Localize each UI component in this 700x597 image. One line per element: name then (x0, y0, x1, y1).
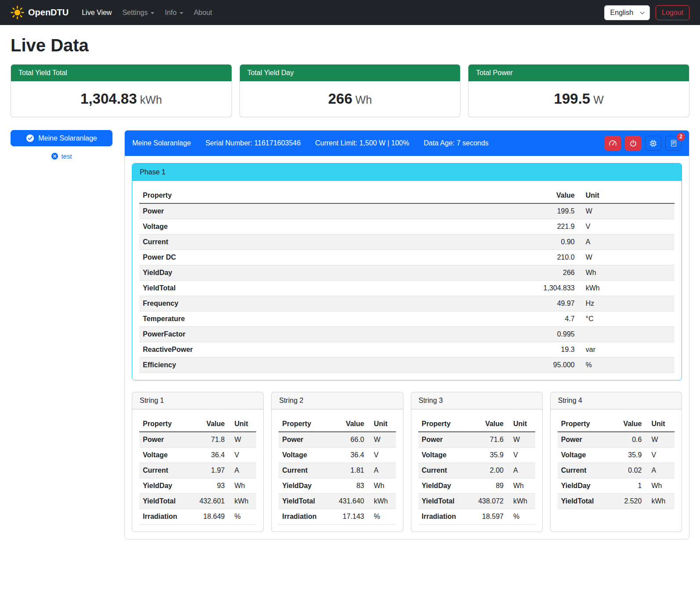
property-cell: Voltage (558, 448, 618, 463)
summary-value: 199.5 (554, 90, 591, 107)
nav-item-live-view[interactable]: Live View (77, 5, 116, 20)
property-cell: Power DC (139, 250, 471, 265)
test-inverter-link[interactable]: test (51, 152, 72, 160)
unit-cell: % (228, 509, 256, 525)
property-cell: YieldTotal (279, 494, 335, 509)
phase-table: Property Value Unit Power199.5WVoltage22… (139, 188, 675, 373)
table-row: YieldDay93Wh (139, 478, 256, 494)
table-row: YieldTotal1,304.833kWh (139, 281, 675, 296)
table-row: YieldTotal432.601kWh (139, 494, 256, 509)
unit-header: Unit (507, 416, 535, 432)
unit-cell: V (645, 448, 675, 463)
summary-card-title: Total Power (468, 65, 689, 81)
property-cell: Current (139, 235, 471, 250)
summary-value: 266 (328, 90, 352, 107)
table-row: Irradiation17.143% (279, 509, 395, 525)
property-cell: Temperature (139, 311, 471, 327)
value-cell: 1,304.833 (471, 281, 578, 296)
table-row: ReactivePower19.3var (139, 342, 675, 358)
string-card-4: String 4 Property Value Unit (550, 392, 682, 532)
inverter-name: Meine Solaranlage (132, 139, 191, 147)
logout-button[interactable]: Logout (656, 5, 689, 20)
device-info-button[interactable] (645, 136, 661, 151)
property-cell: YieldDay (558, 478, 618, 494)
unit-cell: Wh (368, 478, 396, 494)
string-card-3: String 3 Property Value Unit (411, 392, 543, 532)
inverter-info: Meine Solaranlage Serial Number: 1161716… (132, 139, 489, 147)
value-header: Value (618, 416, 645, 432)
brand[interactable]: OpenDTU (11, 6, 69, 19)
property-cell: YieldDay (279, 478, 335, 494)
summary-card-total-yield-total: Total Yield Total 1,304.83kWh (11, 64, 232, 117)
table-header-row: Property Value Unit (418, 416, 535, 432)
string-card-2: String 2 Property Value Unit (271, 392, 403, 532)
value-cell: 210.0 (471, 250, 578, 265)
power-button[interactable] (625, 136, 641, 151)
property-cell: YieldDay (139, 265, 471, 281)
unit-cell: W (645, 432, 675, 448)
inverter-card: Meine Solaranlage Serial Number: 1161716… (124, 130, 689, 539)
nav-item-settings[interactable]: Settings (118, 5, 159, 20)
check-circle-icon (26, 134, 34, 142)
event-log-button[interactable]: 2 (665, 136, 682, 151)
property-cell: Current (139, 463, 196, 478)
value-cell: 93 (196, 478, 228, 494)
inverter-card-body: Phase 1 Property Value Unit Power199.5WV… (125, 156, 689, 539)
unit-cell: V (368, 448, 396, 463)
property-cell: Current (279, 463, 335, 478)
language-select[interactable]: English (604, 5, 650, 20)
unit-cell: Wh (578, 265, 675, 281)
table-row: Power66.0W (279, 432, 395, 448)
table-row: Voltage36.4V (279, 448, 395, 463)
value-cell: 0.02 (618, 463, 645, 478)
property-cell: Power (139, 432, 196, 448)
table-row: Efficiency95.000% (139, 358, 675, 373)
limit-settings-button[interactable] (605, 136, 621, 151)
unit-cell: % (507, 509, 535, 525)
property-cell: Voltage (279, 448, 335, 463)
inverter-select-button[interactable]: Meine Solaranlage (11, 130, 112, 146)
value-cell: 438.072 (475, 494, 507, 509)
unit-cell: Wh (228, 478, 256, 494)
chevron-down-icon (180, 12, 183, 14)
property-header: Property (139, 188, 471, 203)
unit-cell: A (368, 463, 396, 478)
chevron-down-icon (640, 10, 645, 14)
value-cell: 1.97 (196, 463, 228, 478)
property-cell: YieldDay (139, 478, 196, 494)
unit-cell: kWh (578, 281, 675, 296)
inverter-serial: Serial Number: 116171603546 (205, 139, 301, 147)
nav-item-info[interactable]: Info (160, 5, 188, 20)
unit-cell: V (228, 448, 256, 463)
value-cell: 2.520 (618, 494, 645, 509)
property-cell: PowerFactor (139, 327, 471, 342)
property-header: Property (279, 416, 335, 432)
string-card-body: Property Value Unit Power0.6WVoltage35.9… (551, 409, 682, 516)
page-title: Live Data (11, 36, 689, 55)
property-header: Property (558, 416, 618, 432)
summary-card-title: Total Yield Day (240, 65, 461, 81)
value-header: Value (335, 416, 368, 432)
string-card-title: String 2 (272, 392, 403, 409)
inverter-data-age: Data Age: 7 seconds (424, 139, 489, 147)
summary-unit: kWh (140, 94, 162, 106)
value-cell: 0.90 (471, 235, 578, 250)
value-cell: 35.9 (618, 448, 645, 463)
chevron-down-icon (151, 12, 154, 14)
top-navbar: OpenDTU Live View Settings Info About En… (0, 0, 700, 25)
speedometer-icon (609, 139, 617, 148)
property-cell: Power (139, 203, 471, 219)
nav-info-label: Info (165, 9, 177, 17)
table-header-row: Property Value Unit (558, 416, 675, 432)
nav-links: Live View Settings Info About (77, 5, 217, 20)
unit-cell: Hz (578, 296, 675, 311)
unit-header: Unit (228, 416, 256, 432)
table-row: Current2.00A (418, 463, 535, 478)
table-row: Current0.90A (139, 235, 675, 250)
nav-item-about[interactable]: About (189, 5, 217, 20)
string-table: Property Value Unit Power66.0WVoltage36.… (279, 416, 395, 525)
journal-list-icon (670, 139, 678, 147)
unit-cell: W (228, 432, 256, 448)
value-cell: 71.8 (196, 432, 228, 448)
unit-cell: kWh (228, 494, 256, 509)
